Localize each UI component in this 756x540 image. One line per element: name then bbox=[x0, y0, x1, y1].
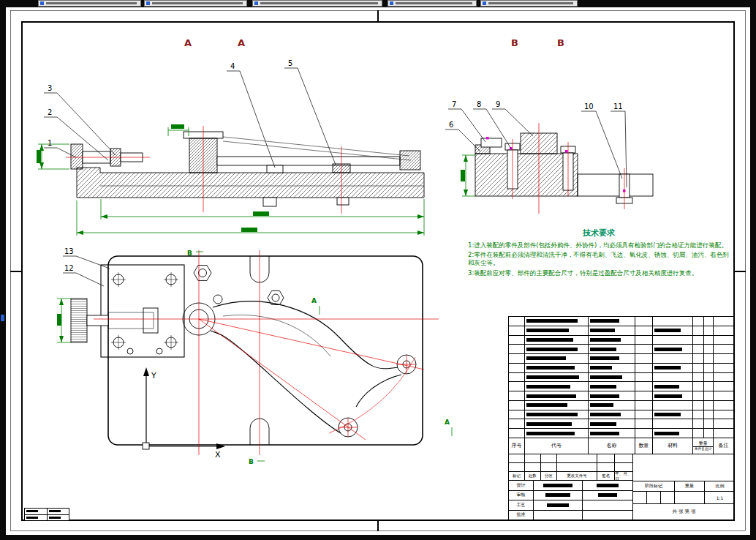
tech-requirements-title: 技术要求 bbox=[468, 228, 730, 239]
bom-row bbox=[509, 326, 733, 336]
scale-value: 1:1 bbox=[705, 492, 735, 503]
x-axis-label: X bbox=[215, 450, 221, 460]
balloon-12: 12 bbox=[63, 264, 104, 286]
bom-header-cell: 备注 bbox=[714, 438, 733, 454]
screw bbox=[111, 272, 178, 354]
clamp-knob bbox=[71, 299, 87, 342]
workpiece-outline bbox=[211, 301, 416, 437]
bom-row bbox=[509, 429, 733, 438]
balloon-number: 12 bbox=[64, 264, 74, 272]
tech-requirement-item: 2:零件在装配前必须清理和清洗干净，不得有毛刺、飞边、氧化皮、锈蚀、切屑、油污、… bbox=[468, 251, 730, 267]
technical-requirements: 技术要求 1:进入装配的零件及部件(包括外购件、外协件)，均必须具有检验部门的合… bbox=[468, 228, 730, 279]
bom-header-cell: 序号 bbox=[509, 438, 525, 454]
tb-sign-row: 批准 bbox=[509, 511, 632, 520]
bom-header: 序号代号名称数量材料重量单件总计备注 bbox=[509, 438, 733, 454]
balloon-number: 8 bbox=[477, 100, 481, 108]
tb-sign-row: 审核 bbox=[509, 491, 632, 501]
base-plate bbox=[108, 256, 423, 445]
bom-header-cell: 代号 bbox=[525, 438, 589, 454]
bom-row bbox=[509, 364, 733, 373]
stage-boxes bbox=[633, 492, 675, 503]
clamp-knob bbox=[71, 144, 83, 169]
section-view-label: A bbox=[184, 37, 192, 48]
balloon-number: 6 bbox=[449, 121, 453, 129]
balloon-10: 10 bbox=[581, 102, 622, 179]
bom-row bbox=[509, 401, 733, 410]
bom-header-cell: 材料 bbox=[653, 438, 694, 454]
balloon-9: 9 bbox=[492, 100, 533, 136]
marker-dot bbox=[486, 137, 489, 140]
balloon-number: 13 bbox=[64, 247, 74, 255]
clamp-arm bbox=[217, 157, 400, 165]
stage-label: 阶段标记 bbox=[633, 481, 675, 491]
bom-row bbox=[509, 419, 733, 429]
archive-boxes bbox=[24, 508, 69, 521]
bom-table: 序号代号名称数量材料重量单件总计备注 bbox=[508, 316, 734, 454]
balloon-number: 3 bbox=[48, 84, 52, 92]
title-block: 标记处数分区更改文件号签名年、月、日 设计审核工艺批准 阶段标记 重量 比例 1… bbox=[508, 454, 734, 520]
bom-rows bbox=[509, 317, 733, 438]
tb-sign-row: 工艺 bbox=[509, 500, 632, 511]
y-axis-label: Y bbox=[151, 371, 156, 380]
dimensions bbox=[57, 299, 71, 342]
balloon-number: 11 bbox=[613, 102, 623, 110]
cut-letter: A bbox=[311, 297, 317, 304]
section-view-label: A bbox=[238, 37, 245, 48]
section-view-label: B bbox=[557, 37, 564, 48]
section-cut-marks: A A B B bbox=[187, 250, 452, 465]
weight-value bbox=[675, 492, 705, 503]
balloon-number: 4 bbox=[230, 62, 235, 70]
tb-rev-2 bbox=[509, 463, 632, 472]
sheet-count: 共 张 第 张 bbox=[633, 504, 735, 520]
hex-bolt bbox=[194, 266, 284, 305]
section-view-label: B bbox=[511, 37, 518, 48]
balloon-number: 5 bbox=[288, 59, 292, 67]
dimensions bbox=[461, 155, 475, 196]
balloon-number: 7 bbox=[452, 100, 456, 108]
cut-letter: A bbox=[445, 419, 450, 426]
bom-row bbox=[509, 382, 733, 391]
cad-application-window: A A bbox=[0, 0, 756, 540]
bom-row bbox=[509, 354, 733, 364]
tech-requirement-item: 3:装配前应对零、部件的主要配合尺寸，特别是过盈配合尺寸及相关精度进行复查。 bbox=[468, 269, 730, 277]
coordinate-axes: Y X bbox=[143, 367, 225, 460]
balloon-4: 4 bbox=[227, 62, 275, 168]
tb-sign-row: 设计 bbox=[509, 481, 632, 491]
title-block-info: 阶段标记 重量 比例 1:1 共 张 第 张 bbox=[633, 454, 735, 520]
balloon-number: 10 bbox=[584, 102, 594, 110]
balloon-5: 5 bbox=[284, 59, 336, 165]
tb-rev-header: 标记处数分区更改文件号签名年、月、日 bbox=[509, 472, 632, 481]
tb-rev-1 bbox=[509, 454, 632, 463]
balloon-number: 1 bbox=[48, 139, 52, 147]
drawing-number-cell bbox=[633, 454, 735, 481]
side-view-section-a: A A bbox=[37, 37, 424, 236]
origin-marker bbox=[143, 443, 149, 449]
weight-label: 重量 bbox=[675, 481, 705, 491]
bom-header-cell: 重量单件总计 bbox=[693, 438, 714, 454]
balloon-number: 9 bbox=[496, 100, 500, 108]
title-block-revisions: 标记处数分区更改文件号签名年、月、日 设计审核工艺批准 bbox=[509, 454, 633, 520]
bom-row bbox=[509, 410, 733, 420]
plan-view: A A B B Y X 13 bbox=[57, 247, 452, 465]
bom-row bbox=[509, 336, 733, 345]
bom-row bbox=[509, 317, 733, 326]
bom-header-cell: 名称 bbox=[589, 438, 635, 454]
balloon-number: 2 bbox=[48, 108, 52, 116]
tb-sign-rows: 设计审核工艺批准 bbox=[509, 481, 632, 520]
marker-dot bbox=[565, 150, 568, 153]
bom-row bbox=[509, 345, 733, 354]
cut-letter: B bbox=[249, 458, 254, 465]
centerlines bbox=[94, 250, 439, 455]
bom-row bbox=[509, 373, 733, 383]
cut-letter: B bbox=[187, 250, 192, 257]
bom-row bbox=[509, 391, 733, 401]
bom-header-cell: 数量 bbox=[635, 438, 653, 454]
tech-requirement-item: 1:进入装配的零件及部件(包括外购件、外协件)，均必须具有检验部门的合格证方能进… bbox=[468, 241, 730, 250]
scale-label: 比例 bbox=[705, 481, 735, 491]
side-view-section-b: B B 7 bbox=[445, 37, 653, 214]
